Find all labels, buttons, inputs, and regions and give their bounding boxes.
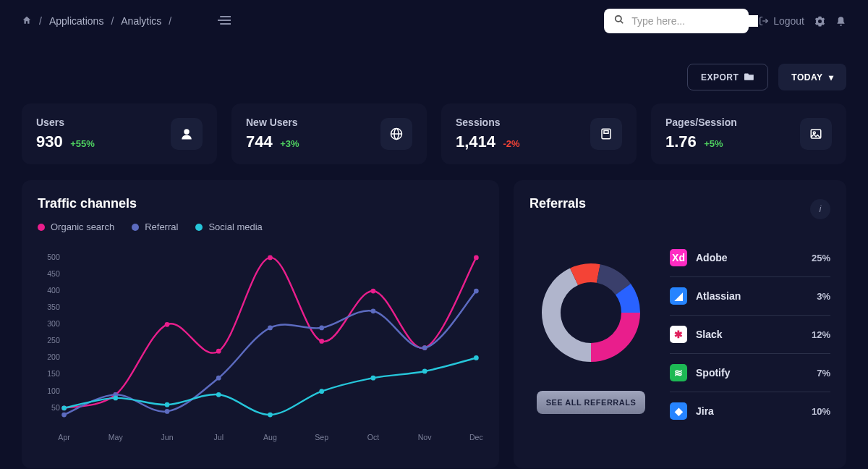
stat-label: Users (36, 117, 95, 128)
svg-point-42 (61, 413, 67, 418)
globe-icon (380, 118, 412, 150)
see-all-referrals-button[interactable]: SEE ALL REFERRALS (537, 391, 645, 414)
stat-card-pages-session: Pages/Session 1.76 +5% (651, 103, 846, 164)
referral-pct: 10% (812, 406, 830, 417)
settings-icon[interactable] (814, 16, 825, 27)
period-label: TODAY (791, 72, 822, 83)
stat-change: +5% (704, 138, 723, 149)
referral-pct: 25% (812, 253, 830, 263)
export-button[interactable]: EXPORT (687, 64, 768, 90)
breadcrumb-sep: / (39, 15, 42, 27)
svg-text:Nov: Nov (418, 433, 433, 441)
user-icon (171, 118, 203, 150)
referral-pct: 3% (817, 291, 830, 302)
stat-label: Pages/Session (665, 117, 737, 128)
svg-point-36 (216, 349, 221, 354)
referral-name: Jira (696, 405, 714, 417)
spotify-logo-icon: ≋ (670, 364, 687, 381)
info-icon[interactable]: i (810, 199, 830, 219)
svg-text:300: 300 (47, 319, 60, 328)
referral-item-jira[interactable]: ◆ Jira 10% (670, 392, 830, 430)
svg-point-54 (216, 392, 221, 397)
svg-point-39 (371, 289, 376, 294)
svg-point-52 (113, 396, 118, 401)
svg-point-13 (813, 132, 815, 134)
referral-name: Atlassian (696, 290, 741, 302)
svg-point-53 (165, 402, 170, 407)
search-box[interactable] (604, 9, 749, 33)
referral-pct: 12% (812, 329, 830, 340)
svg-point-49 (422, 345, 427, 350)
svg-point-51 (61, 405, 67, 410)
svg-text:Apr: Apr (58, 433, 70, 441)
svg-point-58 (422, 369, 427, 374)
bell-icon[interactable] (835, 16, 846, 27)
svg-text:100: 100 (47, 386, 60, 395)
svg-text:Aug: Aug (263, 433, 277, 441)
svg-point-48 (371, 308, 376, 313)
svg-point-38 (319, 339, 324, 344)
svg-text:350: 350 (47, 303, 60, 311)
referral-pct: 7% (817, 368, 830, 379)
svg-text:50: 50 (51, 403, 60, 412)
svg-point-50 (474, 289, 479, 294)
svg-text:400: 400 (47, 286, 60, 295)
svg-point-41 (474, 255, 479, 261)
svg-text:Jul: Jul (213, 433, 224, 441)
period-dropdown[interactable]: TODAY ▾ (778, 64, 846, 90)
stat-value: 930 (36, 132, 63, 151)
referrals-panel: Referrals i SEE ALL REFERRALS Xd Adobe 2… (514, 180, 846, 468)
legend-label: Organic search (51, 221, 114, 232)
referral-item-adobe[interactable]: Xd Adobe 25% (670, 239, 830, 277)
breadcrumb: / Applications / Analytics / (22, 15, 171, 28)
svg-point-59 (474, 355, 479, 360)
svg-rect-11 (604, 131, 608, 134)
svg-line-4 (621, 21, 624, 24)
stat-value: 744 (246, 132, 273, 151)
logout-button[interactable]: Logout (759, 15, 804, 27)
breadcrumb-sep: / (169, 15, 171, 27)
referral-item-spotify[interactable]: ≋ Spotify 7% (670, 354, 830, 392)
home-icon[interactable] (22, 15, 32, 28)
referral-item-atlassian[interactable]: ◢ Atlassian 3% (670, 277, 830, 316)
stat-card-new-users: New Users 744 +3% (231, 103, 427, 164)
legend-item: Referral (132, 221, 178, 232)
referral-name: Spotify (696, 367, 730, 379)
traffic-title: Traffic channels (38, 196, 483, 211)
stat-value: 1.76 (665, 132, 697, 151)
breadcrumb-applications[interactable]: Applications (49, 15, 104, 27)
legend-item: Social media (195, 221, 262, 232)
slack-logo-icon: ✱ (670, 326, 687, 343)
svg-text:150: 150 (47, 369, 60, 378)
legend-dot (195, 224, 203, 231)
legend-label: Social media (208, 221, 262, 232)
atlassian-logo-icon: ◢ (670, 287, 687, 305)
svg-point-45 (216, 376, 221, 381)
search-input[interactable] (631, 15, 758, 27)
traffic-chart: 50100150200250300350400450500AprMayJunJu… (38, 247, 483, 449)
breadcrumb-sep: / (111, 15, 114, 27)
referral-item-slack[interactable]: ✱ Slack 12% (670, 316, 830, 354)
device-icon (590, 118, 622, 150)
legend-item: Organic search (38, 221, 114, 232)
folder-icon (744, 72, 754, 83)
svg-point-55 (268, 413, 273, 418)
menu-toggle-icon[interactable] (218, 14, 231, 29)
svg-point-37 (268, 255, 273, 261)
stat-change: +55% (70, 138, 95, 149)
legend-dot (132, 224, 139, 231)
svg-text:250: 250 (47, 336, 60, 345)
export-label: EXPORT (701, 72, 739, 83)
svg-text:200: 200 (47, 352, 60, 361)
stat-value: 1,414 (456, 132, 495, 151)
legend-dot (38, 224, 45, 231)
stat-change: +3% (280, 138, 299, 149)
breadcrumb-analytics[interactable]: Analytics (121, 15, 161, 27)
stat-card-sessions: Sessions 1,414 -2% (441, 103, 637, 164)
stat-change: -2% (503, 138, 520, 149)
svg-text:500: 500 (47, 253, 60, 261)
svg-text:Jun: Jun (161, 433, 173, 441)
referral-name: Adobe (696, 252, 728, 263)
adobe-logo-icon: Xd (670, 249, 687, 266)
referrals-title: Referrals (529, 196, 586, 211)
